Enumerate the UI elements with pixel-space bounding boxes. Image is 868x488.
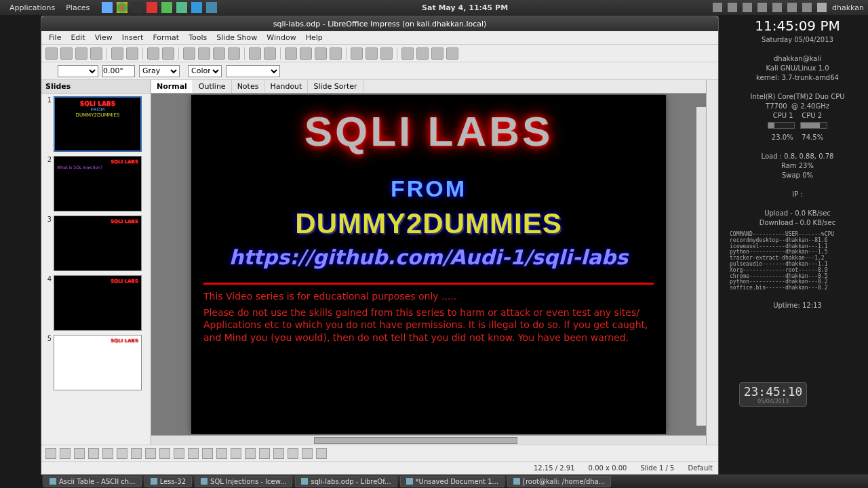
tab-slidesorter[interactable]: Slide Sorter [308,80,363,93]
slide-thumb-5[interactable]: 5SQLI LABS [44,335,148,390]
window-titlebar[interactable]: sqli-labs.odp - LibreOffice Impress (on … [41,16,718,31]
user-icon[interactable] [817,3,827,12]
fill-type-select[interactable]: Color [188,65,222,77]
callout-icon[interactable] [202,448,213,459]
slide-content[interactable]: SQLI LABS FROM DUMMY2DUMMIES https://git… [191,95,666,434]
menu-edit[interactable]: Edit [66,32,90,43]
points-icon[interactable] [216,448,227,459]
zoom-icon[interactable] [366,47,378,60]
camera-icon[interactable] [713,3,722,12]
task-item[interactable]: [root@kali: /home/dha... [507,476,611,487]
app-icon-3[interactable] [191,2,202,13]
menu-format[interactable]: Format [148,32,184,43]
slide-design-icon[interactable] [416,47,429,60]
cut-icon[interactable] [183,47,195,60]
tab-handout[interactable]: Handout [264,80,308,93]
ellipse-icon[interactable] [102,448,113,459]
rect-icon[interactable] [88,448,99,459]
print-icon[interactable] [126,47,138,60]
chrome-icon[interactable] [117,2,127,13]
menu-window[interactable]: Window [262,32,300,43]
close-icon[interactable] [146,2,157,13]
slide-thumb-2[interactable]: 2SQLI LABSWhat is SQL Injection? [44,156,148,211]
undo-icon[interactable] [249,47,261,60]
navigator-icon[interactable] [351,47,363,60]
help-icon[interactable] [380,47,393,60]
media-icon[interactable] [772,3,782,12]
curve-icon[interactable] [131,448,142,459]
table-icon[interactable] [300,47,312,60]
fill-color-select[interactable] [226,65,280,77]
new-icon[interactable] [45,47,58,60]
clock[interactable]: Sat May 4, 11:45 PM [217,3,713,12]
gallery-icon[interactable] [273,448,284,459]
arrow-end-icon[interactable] [74,448,85,459]
arrange-icon[interactable] [316,448,327,459]
glue-icon[interactable] [231,448,241,459]
task-item[interactable]: sqli-labs.odp - LibreOf... [295,476,397,487]
stars-icon[interactable] [188,448,199,459]
text-icon[interactable] [117,448,127,459]
redo-icon[interactable] [264,47,276,60]
slides-list[interactable]: 1SQLI LABSFROMDUMMY2DUMMIES 2SQLI LABSWh… [41,94,151,445]
task-item[interactable]: SQL Injections - Icew... [195,476,292,487]
slide-icon[interactable] [401,47,414,60]
hyperlink-icon[interactable] [315,47,327,60]
bluetooth-icon[interactable] [787,3,797,12]
select-icon[interactable] [45,448,56,459]
record-icon[interactable] [728,3,737,12]
line-width-input[interactable] [102,65,135,77]
format-paint-icon[interactable] [228,47,240,60]
line-icon[interactable] [60,448,71,459]
app-icon-2[interactable] [176,2,187,13]
connector-icon[interactable] [145,448,156,459]
from-file-icon[interactable] [259,448,270,459]
terminal-icon[interactable] [132,2,142,13]
nautilus-icon[interactable] [102,2,113,13]
app-icon[interactable] [161,2,172,13]
folder-icon[interactable] [206,2,217,13]
menu-insert[interactable]: Insert [117,32,149,43]
tab-notes[interactable]: Notes [232,80,265,93]
line-color-select[interactable]: Gray [139,65,180,77]
slide-thumb-4[interactable]: 4SQLI LABS [44,275,148,331]
autospell-icon[interactable] [162,47,174,60]
desktop-clock-widget[interactable]: 23:45:10 05/04/2013 [739,382,807,407]
task-panel[interactable] [706,80,718,445]
volume-icon[interactable] [743,3,752,12]
presentation-icon[interactable] [446,47,458,60]
pdf-icon[interactable] [111,47,123,60]
email-icon[interactable] [90,47,102,60]
grid-icon[interactable] [330,47,342,60]
menu-tools[interactable]: Tools [184,32,212,43]
save-icon[interactable] [75,47,87,60]
vertical-scrollbar[interactable] [696,107,706,426]
menu-help[interactable]: Help [301,32,328,43]
rotate-icon[interactable] [288,448,298,459]
align-icon[interactable] [302,448,313,459]
menu-view[interactable]: View [90,32,117,43]
slide-layout-icon[interactable] [431,47,443,60]
horizontal-scrollbar[interactable] [151,435,706,445]
line-style-select[interactable] [58,65,98,77]
copy-icon[interactable] [198,47,210,60]
canvas[interactable]: SQLI LABS FROM DUMMY2DUMMIES https://git… [151,94,706,435]
menu-slideshow[interactable]: Slide Show [212,32,262,43]
tab-outline[interactable]: Outline [193,80,232,93]
task-item[interactable]: Ascii Table - ASCII ch... [43,476,142,487]
slide-thumb-3[interactable]: 3SQLI LABS [44,216,148,271]
menu-file[interactable]: File [44,32,66,43]
tab-normal[interactable]: Normal [151,80,193,93]
shapes-icon[interactable] [159,448,170,459]
symbol-icon[interactable] [174,448,184,459]
applications-menu[interactable]: Applications [4,3,60,12]
places-menu[interactable]: Places [60,3,95,12]
open-icon[interactable] [60,47,73,60]
fontwork-icon[interactable] [245,448,256,459]
chart-icon[interactable] [285,47,297,60]
task-item[interactable]: Less-32 [144,476,192,487]
network-icon[interactable] [802,3,812,12]
clipboard-icon[interactable] [757,3,767,12]
slide-thumb-1[interactable]: 1SQLI LABSFROMDUMMY2DUMMIES [44,96,148,152]
username[interactable]: dhakkan [832,3,864,12]
